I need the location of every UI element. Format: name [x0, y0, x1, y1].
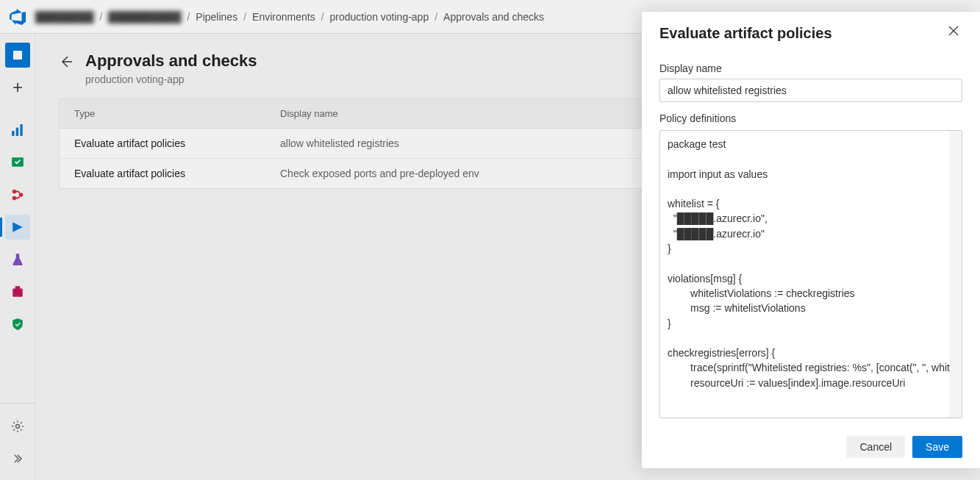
display-name-input[interactable] — [659, 79, 962, 102]
panel-footer: Cancel Save — [642, 426, 980, 468]
panel-header: Evaluate artifact policies — [642, 12, 980, 48]
panel-body: Display name Policy definitions package … — [642, 48, 980, 426]
scrollbar[interactable] — [950, 131, 962, 418]
policy-definitions-label: Policy definitions — [659, 112, 962, 124]
evaluate-artifact-policies-panel: Evaluate artifact policies Display name … — [642, 12, 980, 468]
policy-definitions-textarea[interactable]: package test import input as values whit… — [660, 131, 950, 418]
display-name-label: Display name — [659, 62, 962, 74]
save-button[interactable]: Save — [912, 436, 962, 458]
cancel-button[interactable]: Cancel — [846, 436, 905, 458]
close-icon[interactable] — [948, 25, 962, 40]
policy-textarea-wrapper: package test import input as values whit… — [659, 130, 962, 418]
panel-title: Evaluate artifact policies — [659, 25, 832, 42]
